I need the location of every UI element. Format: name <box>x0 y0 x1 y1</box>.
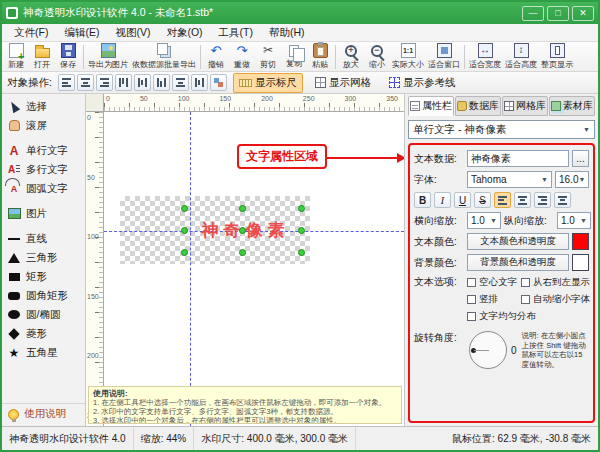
chevron-down-icon: ▼ <box>578 176 585 183</box>
align-middle-button[interactable] <box>134 74 151 91</box>
tool-single-line-text[interactable]: A单行文字 <box>2 141 85 160</box>
tool-rectangle[interactable]: 矩形 <box>2 267 85 286</box>
resize-handle-bottom-left[interactable] <box>181 249 188 256</box>
distribute-h-button[interactable] <box>172 74 189 91</box>
tool-line[interactable]: 直线 <box>2 229 85 248</box>
tool-image[interactable]: 图片 <box>2 204 85 223</box>
font-size-select[interactable]: 16.0▼ <box>555 171 589 188</box>
help-line: 3. 选择水印中的一个对象后，在右侧的属性栏里可以调整选中对象的属性。 <box>93 416 397 424</box>
fit-window-button[interactable]: 适合窗口 <box>426 42 462 71</box>
resize-handle-top-left[interactable] <box>181 205 188 212</box>
bg-color-button[interactable]: 背景颜色和透明度 <box>467 254 569 271</box>
fit-height-button[interactable]: 适合高度 <box>503 42 539 71</box>
v-scale-input[interactable]: 1.0▼ <box>557 212 591 229</box>
tab-properties[interactable]: 属性栏 <box>408 96 454 116</box>
show-grid-toggle[interactable]: 显示网格 <box>309 73 377 93</box>
vertical-ruler[interactable]: 0 50 100 150 200 250 <box>86 112 104 426</box>
underline-button[interactable]: U <box>454 192 471 208</box>
menu-help[interactable]: 帮助(H) <box>261 26 313 40</box>
tool-pan[interactable]: 滚屏 <box>2 116 85 135</box>
close-button[interactable]: ✕ <box>572 6 594 21</box>
tab-assets-library[interactable]: 素材库 <box>549 96 595 116</box>
menu-edit[interactable]: 编辑(E) <box>56 26 107 40</box>
checkbox-vertical-text[interactable]: 竖排 <box>467 293 518 306</box>
tab-database[interactable]: 数据库 <box>455 96 501 116</box>
align-right-button[interactable] <box>96 74 113 91</box>
usage-help-button[interactable]: 使用说明 <box>2 403 85 424</box>
maximize-button[interactable]: □ <box>547 6 569 21</box>
redo-button[interactable]: ↷重做 <box>229 42 255 71</box>
text-color-button[interactable]: 文本颜色和透明度 <box>467 233 569 250</box>
menu-tools[interactable]: 工具(T) <box>211 26 261 40</box>
cut-button[interactable]: ✂剪切 <box>255 42 281 71</box>
object-selector-dropdown[interactable]: 单行文字 - 神奇像素▼ <box>408 120 595 139</box>
open-button[interactable]: 打开 <box>29 42 55 71</box>
bold-button[interactable]: B <box>414 192 431 208</box>
rotation-dial[interactable] <box>469 331 507 369</box>
text-align-right-button[interactable] <box>534 192 551 208</box>
tool-rounded-rect[interactable]: 圆角矩形 <box>2 286 85 305</box>
tool-star[interactable]: ★五角星 <box>2 343 85 362</box>
same-size-button[interactable] <box>210 74 227 91</box>
tool-multi-line-text[interactable]: A多行文字 <box>2 160 85 179</box>
batch-export-button[interactable]: 依数据源批量导出 <box>130 42 198 71</box>
export-image-button[interactable]: 导出为图片 <box>86 42 130 71</box>
bg-color-swatch[interactable] <box>572 254 589 271</box>
vertical-guide[interactable] <box>190 112 191 426</box>
resize-handle-bottom-center[interactable] <box>239 249 246 256</box>
tool-diamond[interactable]: 菱形 <box>2 324 85 343</box>
zoom-in-button[interactable]: 放大 <box>338 42 364 71</box>
text-align-left-button[interactable] <box>494 192 511 208</box>
checkbox-hollow-text[interactable]: 空心文字 <box>467 276 518 289</box>
new-button[interactable]: 新建 <box>3 42 29 71</box>
resize-handle-bottom-right[interactable] <box>298 249 305 256</box>
move-handle-center[interactable] <box>239 227 246 234</box>
selected-text-object[interactable]: 神奇像素 <box>185 209 301 252</box>
fit-width-button[interactable]: 适合宽度 <box>467 42 503 71</box>
status-watermark-size: 水印尺寸: 400.0 毫米, 300.0 毫米 <box>194 427 356 450</box>
toggle-label: 显示网格 <box>329 76 371 90</box>
tool-select[interactable]: 选择 <box>2 97 85 116</box>
menu-file[interactable]: 文件(F) <box>6 26 56 40</box>
save-button[interactable]: 保存 <box>55 42 81 71</box>
canvas-body[interactable]: 神奇像素 文字属性区域 <box>104 112 404 426</box>
canvas-area[interactable]: 0 50 100 150 200 250 300 350 0 50 100 15… <box>86 94 404 426</box>
resize-handle-top-center[interactable] <box>239 205 246 212</box>
text-align-center-button[interactable] <box>514 192 531 208</box>
align-top-button[interactable] <box>115 74 132 91</box>
tool-triangle[interactable]: 三角形 <box>2 248 85 267</box>
distribute-v-button[interactable] <box>191 74 208 91</box>
resize-handle-middle-right[interactable] <box>298 227 305 234</box>
menu-object[interactable]: 对象(O) <box>158 26 210 40</box>
tool-ellipse[interactable]: 圆/椭圆 <box>2 305 85 324</box>
paste-button[interactable]: 粘贴 <box>307 42 333 71</box>
text-data-input[interactable]: 神奇像素 <box>467 150 569 167</box>
text-color-swatch[interactable] <box>572 233 589 250</box>
align-left-button[interactable] <box>58 74 75 91</box>
resize-handle-top-right[interactable] <box>298 205 305 212</box>
copy-button[interactable]: 复制 <box>281 42 307 71</box>
horizontal-ruler[interactable]: 0 50 100 150 200 250 300 350 <box>104 94 404 112</box>
resize-handle-middle-left[interactable] <box>181 227 188 234</box>
align-bottom-button[interactable] <box>153 74 170 91</box>
tool-arc-text[interactable]: A圆弧文字 <box>2 179 85 198</box>
actual-size-button[interactable]: 实际大小 <box>390 42 426 71</box>
minimize-button[interactable]: — <box>522 6 544 21</box>
italic-button[interactable]: I <box>434 192 451 208</box>
strikethrough-button[interactable]: S <box>474 192 491 208</box>
h-scale-input[interactable]: 1.0▼ <box>467 212 501 229</box>
font-family-select[interactable]: Tahoma▼ <box>467 171 552 188</box>
zoom-out-button[interactable]: 缩小 <box>364 42 390 71</box>
checkbox-even-distribution[interactable]: 文字均匀分布 <box>467 310 535 323</box>
text-data-more-button[interactable]: ... <box>572 150 589 167</box>
menu-view[interactable]: 视图(V) <box>107 26 158 40</box>
align-center-button[interactable] <box>77 74 94 91</box>
undo-button[interactable]: ↶撤销 <box>203 42 229 71</box>
text-justify-button[interactable] <box>554 192 571 208</box>
tab-grid-library[interactable]: 网格库 <box>502 96 548 116</box>
checkbox-auto-shrink[interactable]: 自动缩小字体 <box>521 293 589 306</box>
whole-page-button[interactable]: 整页显示 <box>539 42 575 71</box>
show-ruler-toggle[interactable]: 显示标尺 <box>233 73 303 93</box>
checkbox-right-to-left[interactable]: 从右到左显示 <box>521 276 589 289</box>
show-guides-toggle[interactable]: 显示参考线 <box>383 73 462 93</box>
